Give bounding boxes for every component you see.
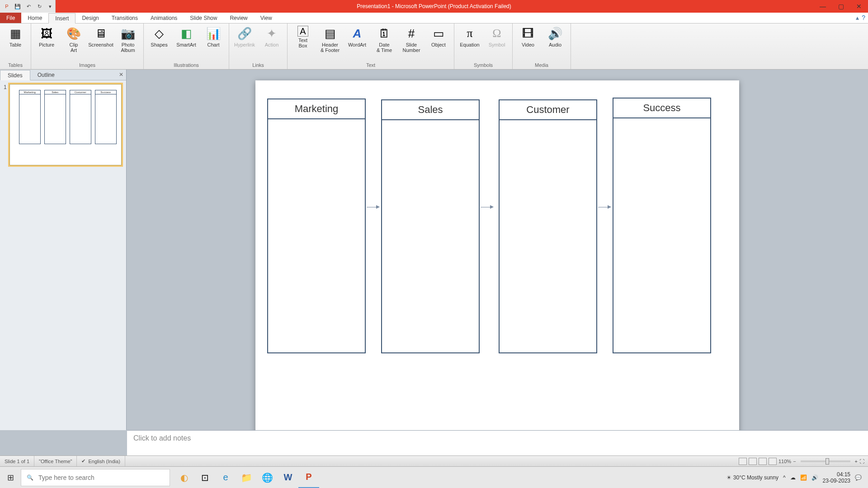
- taskbar-circle-icon[interactable]: ◐: [174, 467, 194, 488]
- zoom-level[interactable]: 110%: [778, 459, 791, 464]
- tab-slideshow[interactable]: Slide Show: [184, 13, 223, 23]
- slide-canvas[interactable]: Marketing Sales Customer Success: [255, 80, 739, 430]
- slide-panel: Slides Outline ✕ 1 Marketing Sales Custo…: [0, 70, 127, 430]
- fit-to-window-button[interactable]: ⛶: [859, 459, 864, 464]
- headerfooter-button[interactable]: ▤Header& Footer: [317, 25, 343, 53]
- taskbar-clock[interactable]: 04:15 23-09-2023: [823, 471, 850, 484]
- file-explorer-icon[interactable]: 📁: [236, 467, 257, 488]
- status-language[interactable]: ✔ English (India): [77, 456, 125, 466]
- help-icon[interactable]: ?: [862, 14, 865, 21]
- qat-customize-icon[interactable]: ▾: [45, 1, 55, 11]
- clipart-button[interactable]: 🎨ClipArt: [61, 25, 86, 53]
- tab-transitions[interactable]: Transitions: [105, 13, 144, 23]
- onedrive-icon[interactable]: ☁: [790, 474, 796, 481]
- tab-design[interactable]: Design: [75, 13, 105, 23]
- video-button[interactable]: 🎞Video: [515, 25, 541, 47]
- textbox-button[interactable]: ATextBox: [290, 25, 316, 48]
- volume-icon[interactable]: 🔊: [811, 474, 818, 481]
- swimlane-marketing[interactable]: Marketing: [267, 99, 366, 353]
- powerpoint-icon[interactable]: P: [2, 1, 12, 11]
- save-button[interactable]: 💾: [13, 1, 23, 11]
- swimlane-sales[interactable]: Sales: [381, 99, 480, 353]
- tab-animations[interactable]: Animations: [144, 13, 184, 23]
- redo-button[interactable]: ↻: [34, 1, 44, 11]
- swimlane-success[interactable]: Success: [613, 98, 711, 353]
- arrow-connector[interactable]: [481, 207, 493, 207]
- slide-editor[interactable]: Marketing Sales Customer Success: [127, 70, 868, 430]
- group-links: 🔗Hyperlink ✦Action Links: [229, 23, 288, 69]
- action-button[interactable]: ✦Action: [259, 25, 284, 47]
- tab-home[interactable]: Home: [21, 13, 48, 23]
- taskbar-search[interactable]: 🔍: [21, 469, 170, 486]
- symbol-icon: Ω: [489, 26, 505, 41]
- zoom-in-button[interactable]: +: [855, 459, 858, 464]
- minimize-button[interactable]: —: [814, 0, 832, 13]
- panel-close-button[interactable]: ✕: [118, 71, 124, 78]
- search-icon: 🔍: [21, 474, 38, 481]
- edge-icon[interactable]: e: [215, 467, 236, 488]
- wordart-icon: A: [349, 26, 365, 41]
- shapes-button[interactable]: ◇Shapes: [146, 25, 172, 47]
- search-input[interactable]: [38, 474, 170, 481]
- notes-pane[interactable]: Click to add notes: [127, 430, 868, 455]
- group-label-tables: Tables: [3, 61, 28, 69]
- powerpoint-taskbar-icon[interactable]: P: [298, 467, 319, 488]
- object-button[interactable]: ▭Object: [426, 25, 451, 47]
- minimize-ribbon-icon[interactable]: ▴: [856, 14, 859, 21]
- arrow-connector[interactable]: [598, 207, 611, 207]
- tab-review[interactable]: Review: [223, 13, 254, 23]
- weather-widget[interactable]: ☀ 30°C Mostly sunny: [726, 474, 778, 481]
- notifications-icon[interactable]: 💬: [855, 474, 862, 481]
- group-illustrations: ◇Shapes ◧SmartArt 📊Chart Illustrations: [144, 23, 229, 69]
- chrome-icon[interactable]: 🌐: [257, 467, 278, 488]
- close-button[interactable]: ✕: [850, 0, 868, 13]
- chart-button[interactable]: 📊Chart: [201, 25, 226, 47]
- status-slide-number: Slide 1 of 1: [0, 456, 34, 466]
- panel-tab-slides[interactable]: Slides: [0, 70, 30, 80]
- symbol-button[interactable]: ΩSymbol: [484, 25, 509, 47]
- task-view-button[interactable]: ⊡: [194, 467, 215, 488]
- equation-icon: π: [462, 26, 477, 41]
- hyperlink-button[interactable]: 🔗Hyperlink: [232, 25, 257, 47]
- maximize-button[interactable]: ▢: [832, 0, 850, 13]
- photoalbum-button[interactable]: 📷PhotoAlbum: [115, 25, 141, 53]
- wifi-icon[interactable]: 📶: [800, 474, 807, 481]
- datetime-button[interactable]: 🗓Date& Time: [372, 25, 397, 53]
- audio-button[interactable]: 🔊Audio: [542, 25, 568, 47]
- slideshow-view-button[interactable]: [769, 458, 777, 465]
- status-theme: "Office Theme": [34, 456, 77, 466]
- group-label-text: Text: [290, 61, 451, 69]
- group-label-media: Media: [515, 61, 568, 69]
- word-icon[interactable]: W: [278, 467, 298, 488]
- normal-view-button[interactable]: [739, 458, 747, 465]
- slidenumber-button[interactable]: #SlideNumber: [399, 25, 424, 53]
- tab-view[interactable]: View: [254, 13, 278, 23]
- wordart-button[interactable]: AWordArt: [344, 25, 370, 47]
- smartart-button[interactable]: ◧SmartArt: [174, 25, 199, 47]
- picture-icon: 🖼: [39, 26, 54, 41]
- screenshot-button[interactable]: 🖥Screenshot: [88, 25, 113, 47]
- equation-button[interactable]: πEquation: [457, 25, 482, 47]
- arrow-connector[interactable]: [367, 207, 379, 207]
- reading-view-button[interactable]: [759, 458, 767, 465]
- smartart-icon: ◧: [179, 26, 194, 41]
- zoom-slider[interactable]: [801, 460, 850, 462]
- audio-icon: 🔊: [547, 26, 563, 41]
- zoom-out-button[interactable]: −: [793, 459, 796, 464]
- panel-tab-outline[interactable]: Outline: [30, 70, 62, 80]
- table-button[interactable]: ▦Table: [3, 25, 28, 47]
- tray-chevron-icon[interactable]: ^: [783, 474, 786, 481]
- window-controls: — ▢ ✕: [814, 0, 868, 13]
- weather-icon: ☀: [726, 474, 731, 481]
- tab-insert[interactable]: Insert: [48, 13, 75, 23]
- undo-button[interactable]: ↶: [24, 1, 33, 11]
- start-button[interactable]: ⊞: [0, 467, 21, 488]
- slide-thumbnail-1[interactable]: Marketing Sales Customer Success: [9, 84, 122, 165]
- tab-file[interactable]: File: [0, 13, 21, 23]
- picture-button[interactable]: 🖼Picture: [34, 25, 59, 47]
- swimlane-customer[interactable]: Customer: [499, 99, 597, 353]
- sorter-view-button[interactable]: [749, 458, 757, 465]
- work-area: Slides Outline ✕ 1 Marketing Sales Custo…: [0, 70, 868, 430]
- table-icon: ▦: [8, 26, 23, 41]
- screenshot-icon: 🖥: [93, 26, 108, 41]
